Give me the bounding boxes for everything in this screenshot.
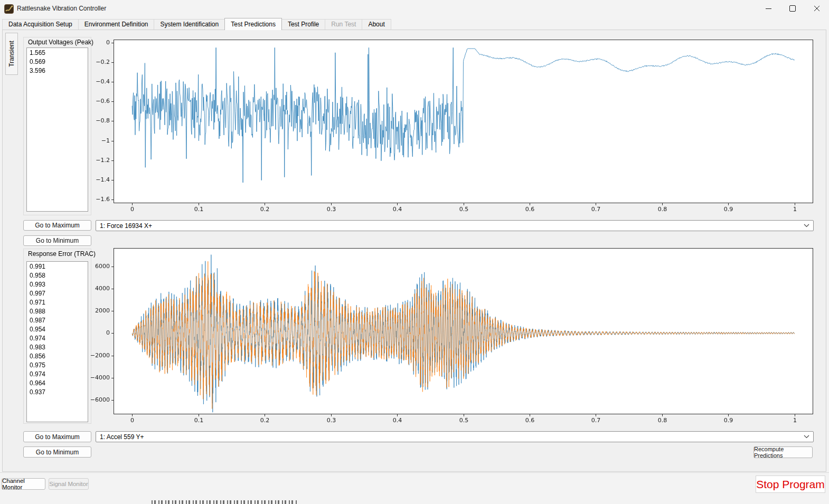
channel-monitor-button[interactable]: Channel Monitor xyxy=(2,478,45,490)
minimize-button[interactable] xyxy=(756,0,780,17)
list-item[interactable]: 0.974 xyxy=(27,334,88,343)
background-window-sliver-bottom xyxy=(152,500,297,504)
minimize-icon xyxy=(766,8,771,9)
tab-test-profile[interactable]: Test Profile xyxy=(281,19,325,30)
response-error-label: Response Error (TRAC) xyxy=(28,250,96,258)
list-item[interactable]: 0.993 xyxy=(27,280,88,289)
stop-program-button[interactable]: Stop Program xyxy=(756,476,825,493)
list-item[interactable]: 3.596 xyxy=(27,66,88,75)
trac-go-to-minimum-button[interactable]: Go to Minimum xyxy=(23,446,91,458)
titlebar: Rattlesnake Vibration Controller xyxy=(0,0,829,17)
rattlesnake-app-icon xyxy=(4,4,14,14)
close-button[interactable] xyxy=(805,0,829,17)
list-item[interactable]: 0.983 xyxy=(27,343,88,352)
list-item[interactable]: 1.565 xyxy=(27,49,88,58)
response-channel-select[interactable]: 1: Accel 559 Y+ xyxy=(96,431,814,442)
window-title: Rattlesnake Vibration Controller xyxy=(17,5,106,12)
voltage-go-to-minimum-button[interactable]: Go to Minimum xyxy=(23,235,91,246)
list-item[interactable]: 0.988 xyxy=(27,307,88,316)
maximize-icon xyxy=(789,5,796,12)
trac-go-to-maximum-button[interactable]: Go to Maximum xyxy=(23,431,91,442)
list-item[interactable]: 0.937 xyxy=(27,388,88,397)
tab-test-predictions[interactable]: Test Predictions xyxy=(224,18,282,30)
drive-voltage-chart xyxy=(90,35,816,217)
list-item[interactable]: 0.569 xyxy=(27,58,88,66)
recompute-predictions-button[interactable]: Recompute Predictions xyxy=(753,446,813,458)
main-tabbar: Data Acquisition Setup Environment Defin… xyxy=(2,17,391,30)
side-tab-transient[interactable]: Transient xyxy=(5,33,18,75)
voltage-go-to-maximum-button[interactable]: Go to Maximum xyxy=(23,220,91,231)
side-tab-transient-label: Transient xyxy=(8,41,15,67)
output-voltages-list[interactable]: 1.565 0.569 3.596 xyxy=(26,47,88,212)
tab-run-test[interactable]: Run Test xyxy=(325,19,362,30)
list-item[interactable]: 0.964 xyxy=(27,379,88,388)
list-item[interactable]: 0.856 xyxy=(27,352,88,361)
tab-data-acquisition-setup[interactable]: Data Acquisition Setup xyxy=(2,19,79,30)
list-item[interactable]: 0.971 xyxy=(27,298,88,307)
response-error-list[interactable]: 0.991 0.958 0.993 0.997 0.971 0.988 0.98… xyxy=(26,261,88,422)
list-item[interactable]: 0.958 xyxy=(27,271,88,280)
list-item[interactable]: 0.975 xyxy=(27,361,88,370)
response-prediction-chart xyxy=(90,240,816,429)
drive-channel-select[interactable]: 1: Force 16934 X+ xyxy=(96,220,814,231)
list-item[interactable]: 0.991 xyxy=(27,262,88,271)
list-item[interactable]: 0.954 xyxy=(27,325,88,334)
tab-environment-definition[interactable]: Environment Definition xyxy=(78,19,155,30)
maximize-button[interactable] xyxy=(780,0,805,17)
chevron-down-icon xyxy=(804,435,809,439)
chevron-down-icon xyxy=(804,224,809,227)
list-item[interactable]: 0.997 xyxy=(27,289,88,298)
statusbar-separator xyxy=(0,472,829,473)
output-voltages-label: Output Voltages (Peak) xyxy=(28,39,93,46)
tab-system-identification[interactable]: System Identification xyxy=(154,19,225,30)
signal-monitor-button[interactable]: Signal Monitor xyxy=(49,478,89,490)
tab-about[interactable]: About xyxy=(362,19,391,30)
drive-channel-selected-value: 1: Force 16934 X+ xyxy=(100,222,152,230)
list-item[interactable]: 0.987 xyxy=(27,316,88,325)
close-icon xyxy=(814,5,820,12)
response-channel-selected-value: 1: Accel 559 Y+ xyxy=(100,433,144,441)
list-item[interactable]: 0.974 xyxy=(27,370,88,379)
